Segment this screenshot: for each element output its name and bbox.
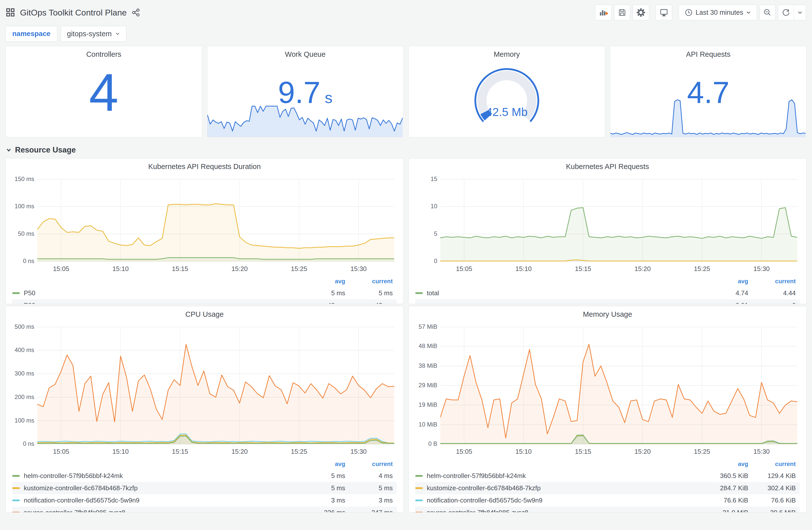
legend-row: helm-controller-57f9b56bbf-k24mk360.5 Ki… bbox=[415, 470, 800, 482]
panel-title-api-requests[interactable]: API Requests bbox=[610, 46, 807, 59]
series-color-dash-icon bbox=[415, 487, 423, 489]
memory-panel: Memory 42.5 Mb bbox=[408, 46, 605, 137]
legend-series-name[interactable]: notification-controller-6d56575dc-5w9n9 bbox=[415, 497, 691, 504]
chevron-down-icon bbox=[5, 147, 12, 153]
refresh-interval-dropdown[interactable] bbox=[794, 5, 806, 20]
legend-current-value: 5 ms bbox=[345, 484, 393, 492]
series-color-dash-icon bbox=[415, 475, 423, 477]
namespace-variable-select[interactable]: gitops-system bbox=[61, 26, 127, 42]
charts-row-top: Kubernetes API Requests Duration 0 ns50 … bbox=[5, 158, 807, 304]
legend-sort-current[interactable]: current bbox=[748, 460, 796, 468]
legend-row: errors0.010 bbox=[415, 299, 800, 304]
namespace-variable-value: gitops-system bbox=[67, 30, 112, 38]
refresh-button[interactable] bbox=[778, 5, 794, 20]
legend-series-name[interactable]: errors bbox=[415, 301, 691, 304]
legend-row: P505 ms5 ms bbox=[12, 287, 397, 299]
chart-legend: avgcurrenthelm-controller-57f9b56bbf-k24… bbox=[12, 458, 397, 513]
y-axis-label: 500 ms bbox=[9, 323, 34, 330]
row-resource-usage[interactable]: Resource Usage bbox=[5, 144, 807, 156]
chart-panel-memory-usage: Memory Usage 0 B10 MiB19 MiB29 MiB38 MiB… bbox=[408, 306, 807, 513]
legend-avg-value: 5 ms bbox=[288, 472, 345, 480]
legend-sort-avg[interactable]: avg bbox=[691, 278, 748, 285]
legend-series-name[interactable]: helm-controller-57f9b56bbf-k24mk bbox=[415, 472, 691, 480]
legend-current-value: 76.6 KiB bbox=[748, 497, 796, 504]
y-axis-label: 5 bbox=[412, 230, 437, 237]
zoom-out-time-button[interactable] bbox=[759, 5, 775, 20]
kiosk-mode-button[interactable] bbox=[656, 5, 672, 20]
charts-row-bottom: CPU Usage 0 ns100 ms200 ms300 ms400 ms50… bbox=[5, 306, 807, 513]
toolbar: Last 30 minutes bbox=[595, 5, 806, 20]
chart-title[interactable]: CPU Usage bbox=[6, 306, 403, 319]
add-panel-icon bbox=[599, 8, 608, 17]
y-axis-label: 150 ms bbox=[9, 176, 34, 182]
legend-series-name[interactable]: source-controller-7fb84fc985-zvsz8 bbox=[12, 509, 288, 513]
save-dashboard-button[interactable] bbox=[614, 5, 630, 20]
legend-avg-value: 0.01 bbox=[691, 301, 748, 304]
gear-icon bbox=[636, 8, 646, 17]
legend-sort-avg[interactable]: avg bbox=[288, 460, 345, 468]
time-range-picker[interactable]: Last 30 minutes bbox=[679, 5, 757, 20]
x-axis-label: 15:10 bbox=[103, 265, 138, 273]
row-title: Resource Usage bbox=[15, 146, 76, 154]
legend-series-name[interactable]: P50 bbox=[12, 289, 288, 297]
dashboard-grid-icon[interactable] bbox=[6, 8, 15, 17]
x-axis-label: 15:30 bbox=[744, 265, 779, 273]
legend-row: source-controller-7fb84fc985-zvsz8236 ms… bbox=[12, 506, 397, 513]
chart-title[interactable]: Kubernetes API Requests bbox=[409, 159, 806, 172]
page-title: GitOps Toolkit Control Plane bbox=[20, 8, 127, 17]
legend-row: notification-controller-6d56575dc-5w9n93… bbox=[12, 494, 397, 506]
legend-sort-avg[interactable]: avg bbox=[691, 460, 748, 468]
series-color-dash-icon bbox=[12, 487, 20, 489]
legend-row: helm-controller-57f9b56bbf-k24mk5 ms4 ms bbox=[12, 470, 397, 482]
monitor-icon bbox=[659, 8, 668, 17]
panel-title-work-queue[interactable]: Work Queue bbox=[207, 46, 404, 59]
series-color-dash-icon bbox=[12, 512, 20, 513]
legend-row: kustomize-controller-6c6784b468-7kzfp284… bbox=[415, 482, 800, 494]
x-axis-label: 15:05 bbox=[44, 265, 78, 273]
legend-current-value: 0 bbox=[748, 301, 796, 304]
x-axis-label: 15:25 bbox=[684, 265, 720, 273]
add-panel-button[interactable] bbox=[595, 5, 612, 20]
legend-avg-value: 4.74 bbox=[691, 289, 748, 297]
x-axis-label: 15:20 bbox=[222, 265, 257, 273]
legend-current-value: 3 ms bbox=[345, 497, 393, 504]
x-axis-label: 15:25 bbox=[281, 448, 317, 456]
x-axis-label: 15:20 bbox=[625, 265, 660, 273]
legend-series-name[interactable]: kustomize-controller-6c6784b468-7kzfp bbox=[12, 484, 288, 492]
legend-series-name[interactable]: helm-controller-57f9b56bbf-k24mk bbox=[12, 472, 288, 480]
controllers-value: 4 bbox=[6, 66, 202, 119]
y-axis-label: 100 ms bbox=[9, 203, 34, 210]
legend-series-name[interactable]: notification-controller-6d56575dc-5w9n9 bbox=[12, 497, 288, 504]
y-axis-label: 57 MiB bbox=[412, 323, 437, 330]
y-axis-label: 10 bbox=[412, 203, 437, 210]
chart-title[interactable]: Memory Usage bbox=[409, 306, 806, 319]
chart-title[interactable]: Kubernetes API Requests Duration bbox=[6, 159, 403, 172]
x-axis-label: 15:25 bbox=[281, 265, 317, 273]
legend-avg-value: 360.5 KiB bbox=[691, 472, 748, 480]
dashboard-settings-button[interactable] bbox=[633, 5, 649, 20]
api-requests-value: 4.7 bbox=[610, 77, 807, 108]
x-axis-label: 15:15 bbox=[566, 265, 600, 273]
work-queue-panel: Work Queue 9.7 s bbox=[207, 46, 404, 137]
legend-sort-current[interactable]: current bbox=[345, 278, 393, 285]
dashboard-header: GitOps Toolkit Control Plane bbox=[0, 0, 812, 24]
x-axis-label: 15:30 bbox=[341, 265, 376, 273]
share-icon[interactable] bbox=[132, 8, 140, 17]
legend-sort-current[interactable]: current bbox=[345, 460, 393, 468]
panel-title-controllers[interactable]: Controllers bbox=[6, 46, 202, 59]
legend-series-name[interactable]: source-controller-7fb84fc985-zvsz8 bbox=[415, 509, 691, 513]
legend-series-name[interactable]: P99 bbox=[12, 301, 288, 304]
legend-series-name[interactable]: kustomize-controller-6c6784b468-7kzfp bbox=[415, 484, 691, 492]
clock-icon bbox=[684, 8, 693, 17]
y-axis-label: 48 MiB bbox=[412, 342, 437, 350]
y-axis-label: 50 ms bbox=[9, 230, 34, 237]
chevron-down-icon bbox=[797, 10, 803, 15]
memory-gauge: 42.5 Mb bbox=[422, 61, 592, 136]
panel-title-memory[interactable]: Memory bbox=[409, 46, 605, 59]
legend-sort-avg[interactable]: avg bbox=[288, 278, 345, 285]
x-axis-label: 15:15 bbox=[163, 265, 198, 273]
legend-sort-current[interactable]: current bbox=[748, 278, 796, 285]
series-color-dash-icon bbox=[415, 500, 423, 501]
legend-row: P9948 ms43 ms bbox=[12, 299, 397, 304]
legend-series-name[interactable]: total bbox=[415, 289, 691, 297]
